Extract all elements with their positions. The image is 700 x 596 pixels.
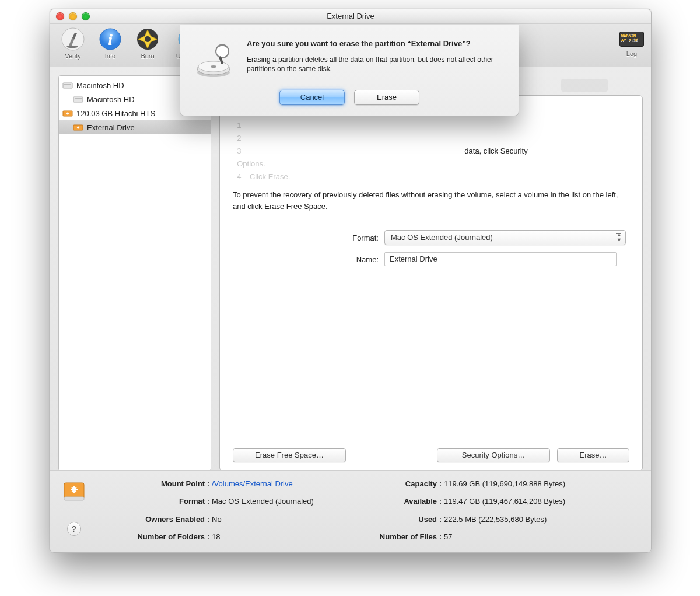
erase-confirm-dialog: Are you sure you want to erase the parti… bbox=[180, 25, 519, 116]
format-value: Mac OS Extended (Journaled) bbox=[391, 233, 493, 242]
svg-rect-23 bbox=[64, 84, 71, 85]
panel-buttons: Erase Free Space… Security Options… Eras… bbox=[233, 448, 629, 462]
obscured-text: To 1 2 3 data, click Security bbox=[233, 106, 629, 183]
toolbar-info-label: Info bbox=[105, 53, 116, 60]
window-controls bbox=[56, 12, 90, 20]
files-value: 57 bbox=[444, 532, 640, 548]
close-window-button[interactable] bbox=[56, 12, 64, 20]
toolbar-burn-label: Burn bbox=[141, 53, 154, 60]
format-label: Format : bbox=[96, 497, 209, 512]
disk-icon bbox=[73, 95, 83, 103]
format-label: Format: bbox=[233, 233, 384, 242]
folders-value: 18 bbox=[212, 532, 358, 548]
svg-point-2 bbox=[66, 46, 78, 48]
name-input[interactable]: External Drive bbox=[384, 252, 617, 266]
usb-disk-icon bbox=[62, 109, 73, 117]
mount-point-label: Mount Point : bbox=[96, 479, 209, 494]
footer-info: ? Mount Point : /Volumes/External Drive … bbox=[50, 470, 651, 552]
erase-panel: To 1 2 3 data, click Security bbox=[219, 95, 643, 471]
name-value: External Drive bbox=[390, 255, 438, 263]
folders-label: Number of Folders : bbox=[96, 532, 209, 548]
help-button[interactable]: ? bbox=[67, 522, 81, 536]
instruction-text: To prevent the recovery of previously de… bbox=[233, 189, 629, 212]
chevron-updown-icon: ▲▼ bbox=[617, 232, 622, 243]
disk-icon bbox=[62, 81, 73, 89]
owners-label: Owners Enabled : bbox=[96, 515, 209, 530]
toolbar-burn[interactable]: Burn bbox=[130, 27, 166, 60]
svg-point-29 bbox=[77, 127, 79, 129]
toolbar-log-label: Log bbox=[626, 50, 637, 57]
info-icon: i bbox=[98, 27, 123, 51]
used-value: 222.5 MB (222,535,680 Bytes) bbox=[444, 515, 640, 530]
mount-point-link[interactable]: /Volumes/External Drive bbox=[212, 479, 293, 488]
svg-text:i: i bbox=[108, 31, 113, 48]
toolbar-verify[interactable]: Verify bbox=[55, 27, 91, 60]
format-select[interactable]: Mac OS Extended (Journaled) ▲▼ bbox=[384, 230, 626, 245]
minimize-window-button[interactable] bbox=[69, 12, 77, 20]
burn-icon bbox=[135, 27, 160, 51]
main-content: To 1 2 3 data, click Security bbox=[219, 75, 643, 471]
owners-value: No bbox=[212, 515, 358, 530]
svg-rect-24 bbox=[74, 97, 83, 102]
toolbar-log[interactable]: WARNIN AY 7:36 Log bbox=[617, 27, 646, 57]
window-title: External Drive bbox=[50, 9, 651, 23]
volume-icon bbox=[62, 479, 86, 506]
erase-button[interactable]: Erase… bbox=[557, 448, 629, 462]
toolbar-info[interactable]: i Info bbox=[92, 27, 128, 60]
usb-disk-icon bbox=[73, 123, 83, 131]
dialog-erase-button[interactable]: Erase bbox=[354, 90, 419, 105]
microscope-icon bbox=[61, 27, 85, 51]
disk-utility-app-icon bbox=[194, 39, 235, 79]
svg-rect-25 bbox=[75, 98, 82, 99]
available-label: Available : bbox=[360, 497, 442, 512]
tree-label: Macintosh HD bbox=[87, 95, 135, 104]
available-value: 119.47 GB (119,467,614,208 Bytes) bbox=[444, 497, 640, 512]
svg-rect-31 bbox=[64, 497, 84, 500]
name-label: Name: bbox=[233, 255, 384, 264]
format-value: Mac OS Extended (Journaled) bbox=[212, 497, 358, 512]
titlebar: External Drive bbox=[50, 9, 651, 24]
tree-label: External Drive bbox=[87, 123, 135, 132]
svg-rect-22 bbox=[63, 83, 72, 88]
security-options-button[interactable]: Security Options… bbox=[437, 448, 550, 462]
svg-point-35 bbox=[211, 65, 216, 68]
svg-point-27 bbox=[66, 113, 69, 115]
disk-utility-window: External Drive Verify i Info bbox=[50, 9, 652, 553]
dialog-heading: Are you sure you want to erase the parti… bbox=[247, 39, 505, 49]
erase-free-space-button[interactable]: Erase Free Space… bbox=[233, 448, 346, 462]
dialog-cancel-button[interactable]: Cancel bbox=[279, 90, 345, 105]
format-row: Format: Mac OS Extended (Journaled) ▲▼ bbox=[233, 230, 629, 245]
used-label: Used : bbox=[360, 515, 442, 530]
zoom-window-button[interactable] bbox=[82, 12, 90, 20]
log-icon: WARNIN AY 7:36 bbox=[620, 32, 644, 47]
files-label: Number of Files : bbox=[360, 532, 442, 548]
tree-label: 120.03 GB Hitachi HTS bbox=[76, 109, 155, 118]
capacity-label: Capacity : bbox=[360, 479, 442, 494]
volume-row-selected[interactable]: External Drive bbox=[59, 120, 211, 134]
svg-point-6 bbox=[145, 36, 150, 42]
tree-label: Macintosh HD bbox=[76, 81, 124, 90]
name-row: Name: External Drive bbox=[233, 252, 629, 266]
dialog-body: Erasing a partition deletes all the data… bbox=[247, 55, 505, 74]
toolbar-verify-label: Verify bbox=[65, 53, 81, 60]
capacity-value: 119.69 GB (119,690,149,888 Bytes) bbox=[444, 479, 640, 494]
sidebar: Macintosh HD Macintosh HD 120.03 GB Hita… bbox=[58, 75, 211, 471]
